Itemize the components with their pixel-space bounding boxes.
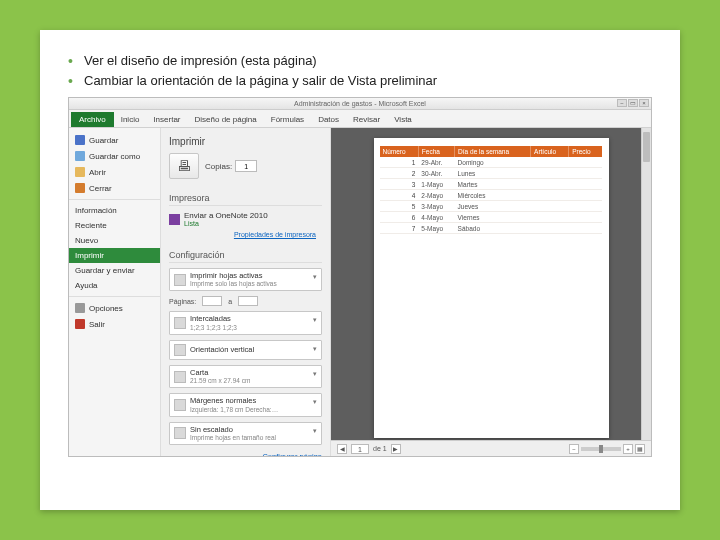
table-row: 230-Abr.Lunes (380, 168, 603, 179)
scaling-combo[interactable]: Sin escaladoImprime hojas en tamaño real (169, 422, 322, 445)
nav-save[interactable]: Guardar (69, 132, 160, 148)
table-row: 42-MayoMiércoles (380, 190, 603, 201)
bullet-2: Cambiar la orientación de la página y sa… (68, 72, 652, 90)
printer-section-heading: Impresora (169, 193, 322, 206)
margins-combo[interactable]: Márgenes normalesIzquierda: 1,78 cm Dere… (169, 393, 322, 416)
printer-properties-link[interactable]: Propiedades de impresora (169, 231, 322, 238)
scaling-icon (174, 427, 186, 439)
close-button[interactable]: × (639, 99, 649, 107)
page-number-box[interactable]: 1 (351, 444, 369, 454)
nav-options[interactable]: Opciones (69, 296, 160, 316)
preview-page: Número Fecha Día de la semana Artículo P… (374, 138, 609, 438)
page-next-button[interactable]: ▶ (391, 444, 401, 454)
bullet-list: Ver el diseño de impresión (esta página)… (68, 52, 652, 89)
nav-open[interactable]: Abrir (69, 164, 160, 180)
print-preview: Número Fecha Día de la semana Artículo P… (331, 128, 651, 456)
backstage-nav: Guardar Guardar como Abrir Cerrar Inform… (69, 128, 161, 456)
page-prev-button[interactable]: ◀ (337, 444, 347, 454)
copies-label: Copias: (205, 162, 232, 171)
nav-recent[interactable]: Reciente (69, 218, 160, 233)
print-settings-pane: Imprimir 🖶 Copias: Impresora Enviar a On… (161, 128, 331, 456)
zoom-out-button[interactable]: − (569, 444, 579, 454)
paper-combo[interactable]: Carta21.59 cm x 27.94 cm (169, 365, 322, 388)
preview-table: Número Fecha Día de la semana Artículo P… (380, 146, 603, 234)
tab-inicio[interactable]: Inicio (114, 112, 147, 127)
nav-close[interactable]: Cerrar (69, 180, 160, 196)
table-row: 53-MayoJueves (380, 201, 603, 212)
collate-icon (174, 317, 186, 329)
nav-new[interactable]: Nuevo (69, 233, 160, 248)
tab-revisar[interactable]: Revisar (346, 112, 387, 127)
printer-icon: 🖶 (177, 158, 191, 174)
slide: Ver el diseño de impresión (esta página)… (40, 30, 680, 510)
options-icon (75, 303, 85, 313)
tab-vista[interactable]: Vista (387, 112, 419, 127)
zoom-in-button[interactable]: + (623, 444, 633, 454)
maximize-button[interactable]: ▭ (628, 99, 638, 107)
preview-scrollbar[interactable] (641, 128, 651, 440)
collate-combo[interactable]: Intercaladas1;2;3 1;2;3 1;2;3 (169, 311, 322, 334)
table-row: 31-MayoMartes (380, 179, 603, 190)
zoom-control[interactable]: − + ▦ (569, 444, 645, 454)
save-as-icon (75, 151, 85, 161)
pages-from-input[interactable] (202, 296, 222, 306)
nav-exit[interactable]: Salir (69, 316, 160, 332)
sheets-icon (174, 274, 186, 286)
print-what-combo[interactable]: Imprimir hojas activasImprime solo las h… (169, 268, 322, 291)
close-icon (75, 183, 85, 193)
minimize-button[interactable]: − (617, 99, 627, 107)
preview-footer: ◀ 1 de 1 ▶ − + ▦ (331, 440, 651, 456)
paper-icon (174, 371, 186, 383)
ribbon: Archivo Inicio Insertar Diseño de página… (69, 110, 651, 128)
tab-formulas[interactable]: Fórmulas (264, 112, 311, 127)
print-button[interactable]: 🖶 (169, 153, 199, 179)
open-icon (75, 167, 85, 177)
orientation-icon (174, 344, 186, 356)
nav-save-as[interactable]: Guardar como (69, 148, 160, 164)
window-buttons: − ▭ × (617, 99, 649, 107)
nav-help[interactable]: Ayuda (69, 278, 160, 293)
nav-print[interactable]: Imprimir (69, 248, 160, 263)
print-heading: Imprimir (169, 136, 322, 147)
window-title: Administración de gastos - Microsoft Exc… (294, 100, 426, 107)
window-titlebar: Administración de gastos - Microsoft Exc… (69, 98, 651, 110)
exit-icon (75, 319, 85, 329)
margins-icon (174, 399, 186, 411)
pages-range: Páginas: a (169, 296, 322, 306)
nav-save-send[interactable]: Guardar y enviar (69, 263, 160, 278)
table-row: 64-MayoViernes (380, 212, 603, 223)
orientation-combo[interactable]: Orientación vertical (169, 340, 322, 360)
config-section-heading: Configuración (169, 250, 322, 263)
onenote-icon (169, 214, 180, 225)
copies-input[interactable] (235, 160, 257, 172)
pages-to-input[interactable] (238, 296, 258, 306)
tab-diseno[interactable]: Diseño de página (188, 112, 264, 127)
page-of-label: de 1 (373, 445, 387, 452)
printer-selector[interactable]: Enviar a OneNote 2010 Lista (169, 211, 322, 227)
bullet-1: Ver el diseño de impresión (esta página) (68, 52, 652, 70)
tab-datos[interactable]: Datos (311, 112, 346, 127)
excel-window: Administración de gastos - Microsoft Exc… (68, 97, 652, 457)
zoom-fit-button[interactable]: ▦ (635, 444, 645, 454)
save-icon (75, 135, 85, 145)
page-setup-link[interactable]: Configurar página (169, 452, 322, 456)
tab-file[interactable]: Archivo (71, 112, 114, 127)
table-row: 75-MayoSábado (380, 223, 603, 234)
tab-insertar[interactable]: Insertar (146, 112, 187, 127)
table-row: 129-Abr.Domingo (380, 157, 603, 168)
nav-info[interactable]: Información (69, 199, 160, 218)
